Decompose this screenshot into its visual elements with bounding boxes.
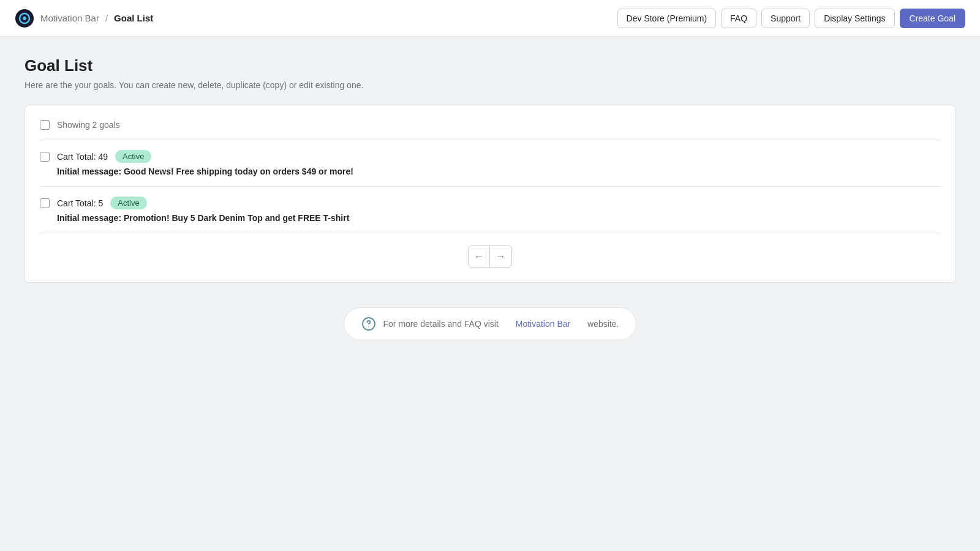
help-icon (361, 317, 376, 331)
main-content: Goal List Here are the your goals. You c… (0, 37, 980, 360)
app-logo-icon (15, 9, 34, 28)
status-badge-2: Active (110, 197, 146, 209)
svg-point-2 (23, 17, 26, 20)
showing-count: Showing 2 goals (57, 120, 120, 130)
page-description: Here are the your goals. You can create … (24, 80, 956, 90)
next-arrow-icon: → (496, 251, 506, 262)
goal-item-row: Cart Total: 49 Active (40, 150, 940, 163)
faq-button[interactable]: FAQ (721, 9, 756, 28)
dev-store-button[interactable]: Dev Store (Premium) (617, 9, 716, 28)
footer-link[interactable]: Motivation Bar (516, 319, 570, 329)
create-goal-button[interactable]: Create Goal (900, 9, 965, 28)
select-all-checkbox[interactable] (40, 120, 50, 130)
status-badge-1: Active (115, 150, 151, 163)
goal-item-row: Cart Total: 5 Active (40, 197, 940, 209)
breadcrumb-separator: / (105, 13, 108, 23)
footer-text-before: For more details and FAQ visit (383, 319, 499, 329)
goal-item: Cart Total: 49 Active Initial message: G… (40, 140, 940, 187)
goal-item: Cart Total: 5 Active Initial message: Pr… (40, 187, 940, 233)
display-settings-button[interactable]: Display Settings (815, 9, 894, 28)
prev-page-button[interactable]: ← (468, 246, 490, 268)
breadcrumb-app-name: Motivation Bar (40, 13, 99, 23)
next-page-button[interactable]: → (490, 246, 512, 268)
footer-card: For more details and FAQ visit Motivatio… (344, 307, 637, 340)
goal-message-1: Initial message: Good News! Free shippin… (57, 167, 940, 176)
pagination: ← → (40, 246, 940, 268)
list-header: Showing 2 goals (40, 120, 940, 140)
footer-info: For more details and FAQ visit Motivatio… (24, 307, 956, 340)
prev-arrow-icon: ← (474, 251, 484, 262)
header-actions: Dev Store (Premium) FAQ Support Display … (617, 9, 965, 28)
goal-checkbox-2[interactable] (40, 198, 50, 208)
goal-checkbox-1[interactable] (40, 152, 50, 162)
breadcrumb-page-name: Goal List (114, 13, 153, 23)
app-header: Motivation Bar / Goal List Dev Store (Pr… (0, 0, 980, 37)
goal-message-2: Initial message: Promotion! Buy 5 Dark D… (57, 213, 940, 223)
page-title: Goal List (24, 56, 956, 75)
support-button[interactable]: Support (761, 9, 810, 28)
goal-title-1: Cart Total: 49 (57, 152, 108, 162)
goal-title-2: Cart Total: 5 (57, 198, 103, 208)
footer-text-after: website. (587, 319, 619, 329)
svg-point-4 (368, 326, 369, 328)
goals-card: Showing 2 goals Cart Total: 49 Active In… (24, 105, 956, 283)
breadcrumb: Motivation Bar / Goal List (15, 9, 153, 28)
